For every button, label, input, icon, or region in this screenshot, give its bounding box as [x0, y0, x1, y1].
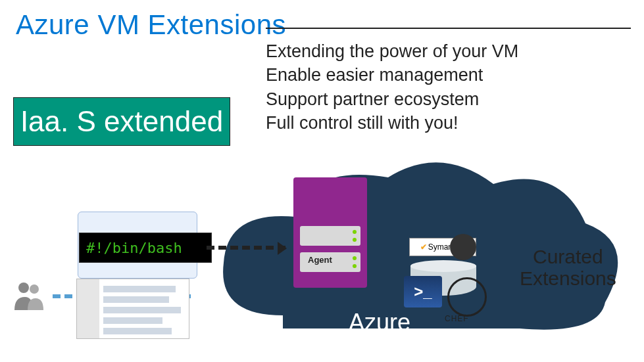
status-leds-icon: [353, 256, 357, 268]
chef-logo-icon: [447, 277, 487, 317]
svg-point-0: [18, 283, 29, 293]
bullet-item: Full control still with you!: [266, 111, 518, 135]
vm-box: Agent: [293, 177, 367, 288]
iaas-badge: Iaa. S extended: [13, 97, 230, 146]
arrow-script-to-vm: [207, 246, 285, 250]
bullet-item: Enable easier management: [266, 63, 518, 87]
bullet-list: Extending the power of your VM Enable ea…: [266, 39, 518, 135]
portal-sidebar: [77, 279, 99, 338]
curated-extensions-label: Curated Extensions: [520, 246, 616, 289]
curated-line2: Extensions: [520, 267, 616, 289]
curated-line1: Curated: [520, 246, 616, 267]
svg-point-1: [30, 284, 39, 294]
portal-row: [103, 307, 181, 313]
slide-title: Azure VM Extensions: [16, 9, 286, 41]
bullet-item: Support partner ecosystem: [266, 87, 518, 111]
chef-label: CHEF: [445, 314, 469, 323]
portal-row: [103, 296, 169, 303]
vm-agent-row: Agent: [300, 252, 360, 272]
portal-thumbnail: [76, 279, 189, 339]
divider-line: [266, 28, 631, 29]
status-leds-icon: [353, 230, 357, 242]
azure-label: Azure: [349, 309, 410, 336]
portal-row: [103, 328, 172, 334]
vm-disk-row: [300, 226, 360, 246]
portal-row: [103, 286, 176, 292]
powershell-icon: >_: [404, 276, 442, 307]
users-icon: [13, 281, 46, 314]
agent-label: Agent: [308, 255, 332, 265]
bash-shebang: #!/bin/bash: [79, 233, 212, 263]
bullet-item: Extending the power of your VM: [266, 39, 518, 63]
slide: Azure VM Extensions Extending the power …: [0, 0, 644, 362]
check-icon: ✔: [420, 242, 427, 252]
portal-row: [103, 317, 162, 324]
octopus-deploy-icon: [450, 234, 476, 260]
